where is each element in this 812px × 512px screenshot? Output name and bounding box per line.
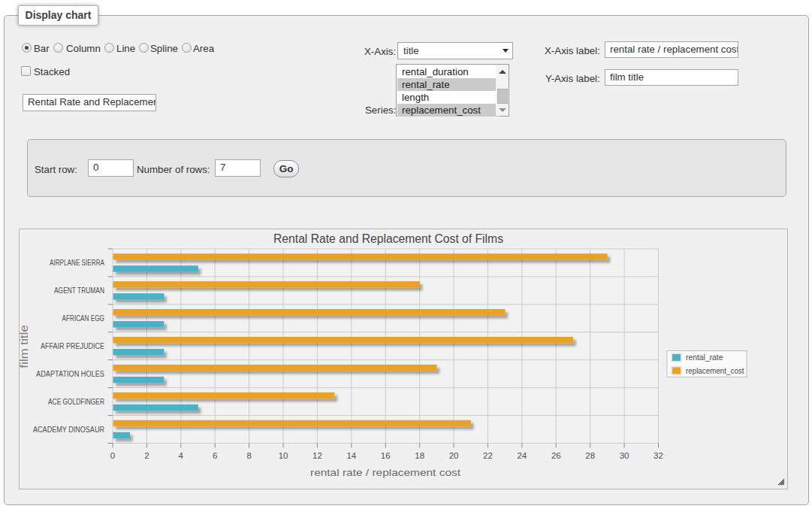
svg-text:ACADEMY DINOSAUR: ACADEMY DINOSAUR <box>33 426 104 434</box>
svg-text:22: 22 <box>483 451 493 460</box>
svg-text:AFFAIR PREJUDICE: AFFAIR PREJUDICE <box>41 342 104 350</box>
svg-text:18: 18 <box>415 451 424 460</box>
svg-text:32: 32 <box>654 451 663 460</box>
svg-text:ACE GOLDFINGER: ACE GOLDFINGER <box>48 398 104 406</box>
svg-text:8: 8 <box>246 451 251 460</box>
svg-text:replacement_cost: replacement_cost <box>686 366 744 375</box>
svg-text:16: 16 <box>381 451 391 460</box>
svg-text:20: 20 <box>449 451 459 460</box>
svg-text:2: 2 <box>144 451 149 460</box>
svg-text:14: 14 <box>346 451 356 460</box>
svg-text:30: 30 <box>620 451 629 460</box>
svg-text:ADAPTATION HOLES: ADAPTATION HOLES <box>36 370 104 378</box>
svg-text:28: 28 <box>585 451 595 460</box>
svg-text:rental_rate: rental_rate <box>686 353 723 362</box>
svg-text:AIRPLANE SIERRA: AIRPLANE SIERRA <box>50 259 104 267</box>
svg-text:6: 6 <box>213 451 217 460</box>
svg-text:Rental Rate and Replacement Co: Rental Rate and Replacement Cost of Film… <box>273 232 503 245</box>
svg-text:26: 26 <box>551 451 561 460</box>
svg-text:AFRICAN EGG: AFRICAN EGG <box>62 314 105 323</box>
svg-text:rental rate / replacement cost: rental rate / replacement cost <box>310 467 460 478</box>
svg-text:AGENT TRUMAN: AGENT TRUMAN <box>54 286 104 295</box>
svg-text:film title: film title <box>19 325 30 368</box>
svg-text:24: 24 <box>517 451 527 460</box>
svg-text:0: 0 <box>110 451 115 460</box>
svg-text:4: 4 <box>179 451 184 460</box>
svg-text:12: 12 <box>312 451 322 460</box>
svg-text:10: 10 <box>279 451 288 460</box>
